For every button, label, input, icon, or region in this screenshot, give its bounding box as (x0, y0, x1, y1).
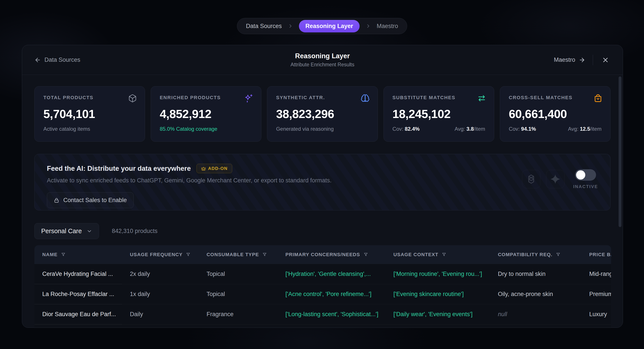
stat-subtext: 85.0% Catalog coverage (160, 126, 252, 132)
cell-usage-frequency: Daily (122, 304, 199, 325)
table-row[interactable]: CeraVe Hydrating Facial ... 2x daily Top… (34, 264, 611, 284)
filter-icon[interactable] (363, 252, 368, 257)
table-header-row: NAME USAGE FREQUENCY CONSUMABLE TYPE PRI… (34, 245, 611, 264)
category-dropdown[interactable]: Personal Care (34, 223, 99, 239)
feed-the-ai-banner: Feed the AI: Distribute your data everyw… (34, 154, 610, 210)
package-icon (128, 94, 137, 103)
modal-header: Data Sources Reasoning Layer Attribute E… (22, 45, 623, 75)
table-row[interactable]: Dior Sauvage Eau de Parf... Daily Fragra… (34, 304, 611, 325)
toggle-knob (576, 170, 585, 180)
col-header-name[interactable]: NAME (34, 245, 122, 264)
swap-arrows-icon (477, 94, 486, 103)
col-header-price-band[interactable]: PRICE BAND (581, 245, 611, 264)
sparkles-icon (244, 94, 253, 103)
feed-toggle[interactable] (575, 169, 596, 181)
cell-name: CeraVe Hydrating Facial ... (34, 264, 122, 284)
breadcrumb: Data Sources Reasoning Layer Maestro (237, 18, 407, 34)
header-divider (593, 55, 593, 65)
modal-title-block: Reasoning Layer Attribute Enrichment Res… (290, 52, 354, 68)
modal-scrollbar-thumb[interactable] (618, 76, 622, 227)
cell-consumable-type: Topical (199, 284, 278, 304)
filter-icon[interactable] (442, 252, 447, 257)
category-selected-label: Personal Care (41, 228, 82, 235)
chevron-down-icon (86, 228, 92, 234)
col-header-usage-context[interactable]: USAGE CONTEXT (386, 245, 490, 264)
stat-card-cross-sell-matches: CROSS-SELL MATCHES 60,661,400 Cov: 94.1%… (500, 86, 610, 142)
stat-value: 38,823,296 (276, 107, 369, 121)
stat-cards: TOTAL PRODUCTS 5,704,101 Active catalog … (34, 86, 610, 142)
arrow-left-icon (34, 57, 41, 63)
breadcrumb-item-reasoning-layer[interactable]: Reasoning Layer (299, 20, 360, 32)
enrichment-table: NAME USAGE FREQUENCY CONSUMABLE TYPE PRI… (34, 245, 611, 328)
cell-primary-concerns: ['Acne control', 'Pore refineme...'] (278, 284, 386, 304)
cell-name: La Roche-Posay Effaclar ... (34, 284, 122, 304)
cell-consumable-type: Fragrance (199, 304, 278, 325)
stat-value: 60,661,400 (509, 107, 602, 121)
stat-card-total-products: TOTAL PRODUCTS 5,704,101 Active catalog … (34, 86, 145, 142)
stat-card-enriched-products: ENRICHED PRODUCTS 4,852,912 85.0% Catalo… (151, 86, 261, 142)
next-to-maestro-link[interactable]: Maestro (554, 56, 585, 63)
toggle-status-label: INACTIVE (573, 184, 598, 189)
cell-compatibility: Dry to normal skin (490, 264, 581, 284)
cell-name: Dior Sauvage Eau de Parf... (34, 304, 122, 325)
gemini-sparkle-icon (550, 173, 561, 185)
chevron-right-icon (288, 24, 293, 28)
filter-icon[interactable] (556, 252, 561, 257)
banner-title: Feed the AI: Distribute your data everyw… (47, 165, 191, 173)
stat-subtext: Active catalog items (43, 126, 136, 132)
close-icon (602, 56, 609, 64)
table-row[interactable]: La Roche-Posay Effaclar ... 1x daily Top… (34, 284, 611, 304)
cell-usage-context: ['Evening skincare routine'] (386, 284, 490, 304)
gemini-sparkle-tile (546, 170, 564, 188)
stat-value: 18,245,102 (392, 107, 485, 121)
stat-sub-metrics: Cov: 94.1% Avg: 12.5/item (509, 126, 602, 132)
stat-subtext: Generated via reasoning (276, 126, 369, 132)
lock-icon (54, 198, 59, 203)
breadcrumb-item-data-sources[interactable]: Data Sources (246, 23, 282, 29)
cell-price-band: Premium (581, 284, 611, 304)
chevron-right-icon (366, 24, 371, 28)
arrow-right-icon (579, 57, 585, 63)
stat-card-substitute-matches: SUBSTITUTE MATCHES 18,245,102 Cov: 82.4%… (384, 86, 494, 142)
page-subtitle: Attribute Enrichment Results (290, 62, 354, 68)
cell-primary-concerns: ['Long-lasting scent', 'Sophisticat...'] (278, 304, 386, 325)
addon-badge: ADD-ON (196, 164, 232, 173)
crown-icon (201, 166, 206, 171)
stat-label: SYNTHETIC ATTR. (276, 95, 369, 100)
page-title: Reasoning Layer (290, 52, 354, 60)
openai-logo-tile (522, 170, 540, 188)
stat-value: 5,704,101 (43, 107, 136, 121)
close-button[interactable] (600, 55, 610, 65)
back-link-label: Data Sources (44, 56, 80, 63)
banner-subtitle: Activate to sync enriched feeds to ChatG… (47, 177, 332, 184)
stat-label: TOTAL PRODUCTS (43, 95, 136, 100)
col-header-primary-concerns[interactable]: PRIMARY CONCERNS/NEEDS (278, 245, 386, 264)
breadcrumb-item-maestro[interactable]: Maestro (377, 23, 398, 29)
cell-usage-context: ['Morning routine', 'Evening rou...'] (386, 264, 490, 284)
stat-label: CROSS-SELL MATCHES (509, 95, 602, 100)
cell-price-band: Luxury (581, 304, 611, 325)
col-header-usage-frequency[interactable]: USAGE FREQUENCY (122, 245, 199, 264)
filter-icon[interactable] (186, 252, 191, 257)
col-header-consumable-type[interactable]: CONSUMABLE TYPE (199, 245, 278, 264)
col-header-compatibility[interactable]: COMPATIBILITY REQ. (490, 245, 581, 264)
next-link-label: Maestro (554, 56, 575, 63)
cell-compatibility: Oily, acne-prone skin (490, 284, 581, 304)
stat-card-synthetic-attr: SYNTHETIC ATTR. 38,823,296 Generated via… (267, 86, 378, 142)
filter-icon[interactable] (262, 252, 267, 257)
cell-primary-concerns: ['Hydration', 'Gentle cleansing',... (278, 264, 386, 284)
stat-label: SUBSTITUTE MATCHES (392, 95, 485, 100)
back-to-data-sources-link[interactable]: Data Sources (34, 56, 80, 63)
contact-sales-button[interactable]: Contact Sales to Enable (47, 192, 134, 208)
openai-icon (526, 173, 537, 185)
reasoning-layer-modal: Data Sources Reasoning Layer Attribute E… (22, 45, 623, 328)
shopping-bag-icon (594, 94, 602, 103)
cell-consumable-type: Topical (199, 264, 278, 284)
stat-value: 4,852,912 (160, 107, 252, 121)
filter-icon[interactable] (61, 252, 66, 257)
stat-label: ENRICHED PRODUCTS (160, 95, 252, 100)
brain-icon (360, 94, 370, 103)
cell-usage-frequency: 2x daily (122, 264, 199, 284)
product-count: 842,310 products (112, 228, 158, 235)
stat-sub-metrics: Cov: 82.4% Avg: 3.8/item (392, 126, 485, 132)
